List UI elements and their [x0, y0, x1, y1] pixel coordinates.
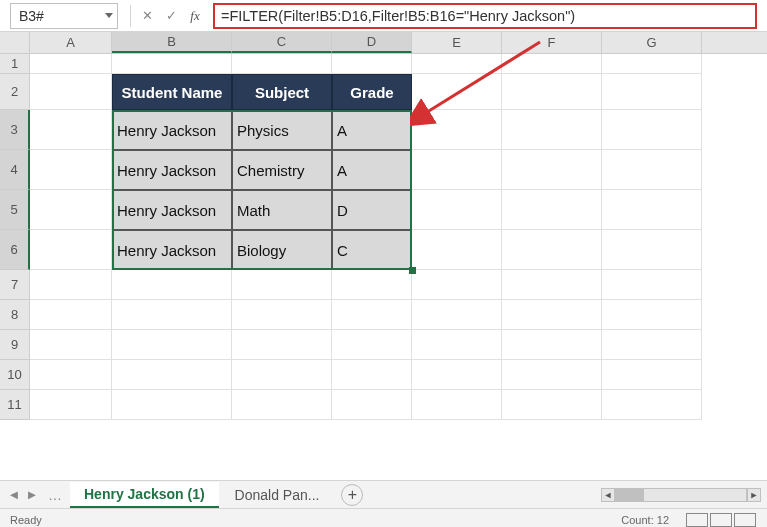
cell-B4[interactable]: Henry Jackson [112, 150, 232, 190]
cell-G6[interactable] [602, 230, 702, 270]
row-header-11[interactable]: 11 [0, 390, 30, 420]
cancel-icon[interactable]: ✕ [135, 4, 159, 28]
cell-D8[interactable] [332, 300, 412, 330]
cell-A10[interactable] [30, 360, 112, 390]
cell-A11[interactable] [30, 390, 112, 420]
cell-E7[interactable] [412, 270, 502, 300]
cell-E9[interactable] [412, 330, 502, 360]
cell-G11[interactable] [602, 390, 702, 420]
scroll-left-icon[interactable]: ◄ [601, 488, 615, 502]
cell-F7[interactable] [502, 270, 602, 300]
row-header-9[interactable]: 9 [0, 330, 30, 360]
cell-B5[interactable]: Henry Jackson [112, 190, 232, 230]
cell-F3[interactable] [502, 110, 602, 150]
cell-C4[interactable]: Chemistry [232, 150, 332, 190]
cell-E1[interactable] [412, 54, 502, 74]
chevron-down-icon[interactable] [105, 13, 113, 18]
cell-F11[interactable] [502, 390, 602, 420]
cell-F1[interactable] [502, 54, 602, 74]
col-header-D[interactable]: D [332, 32, 412, 53]
tab-nav-prev-icon[interactable]: ◄ [6, 487, 22, 503]
cell-E4[interactable] [412, 150, 502, 190]
fx-icon[interactable]: fx [183, 4, 207, 28]
cell-F9[interactable] [502, 330, 602, 360]
cell-D5[interactable]: D [332, 190, 412, 230]
name-box[interactable]: B3# [10, 3, 118, 29]
cell-C1[interactable] [232, 54, 332, 74]
cell-F4[interactable] [502, 150, 602, 190]
cell-F6[interactable] [502, 230, 602, 270]
cell-G8[interactable] [602, 300, 702, 330]
cell-A1[interactable] [30, 54, 112, 74]
row-header-7[interactable]: 7 [0, 270, 30, 300]
cell-D4[interactable]: A [332, 150, 412, 190]
cell-G1[interactable] [602, 54, 702, 74]
col-header-E[interactable]: E [412, 32, 502, 53]
cell-A8[interactable] [30, 300, 112, 330]
row-header-2[interactable]: 2 [0, 74, 30, 110]
cell-G3[interactable] [602, 110, 702, 150]
cell-A2[interactable] [30, 74, 112, 110]
header-subject[interactable]: Subject [232, 74, 332, 110]
cell-B11[interactable] [112, 390, 232, 420]
cell-D9[interactable] [332, 330, 412, 360]
cell-E5[interactable] [412, 190, 502, 230]
cell-D10[interactable] [332, 360, 412, 390]
cells-area[interactable]: Student Name Subject Grade Henry Jackson… [30, 54, 767, 420]
row-header-8[interactable]: 8 [0, 300, 30, 330]
cell-G7[interactable] [602, 270, 702, 300]
normal-view-icon[interactable] [686, 513, 708, 527]
cell-F8[interactable] [502, 300, 602, 330]
formula-input[interactable]: =FILTER(Filter!B5:D16,Filter!B5:B16="Hen… [213, 3, 757, 29]
cell-B9[interactable] [112, 330, 232, 360]
sheet-tab-active[interactable]: Henry Jackson (1) [70, 482, 219, 508]
col-header-G[interactable]: G [602, 32, 702, 53]
cell-B3[interactable]: Henry Jackson [112, 110, 232, 150]
page-layout-view-icon[interactable] [710, 513, 732, 527]
cell-E8[interactable] [412, 300, 502, 330]
cell-A3[interactable] [30, 110, 112, 150]
cell-C6[interactable]: Biology [232, 230, 332, 270]
col-header-B[interactable]: B [112, 32, 232, 53]
cell-A6[interactable] [30, 230, 112, 270]
cell-C8[interactable] [232, 300, 332, 330]
row-header-10[interactable]: 10 [0, 360, 30, 390]
select-all-corner[interactable] [0, 32, 30, 53]
cell-E2[interactable] [412, 74, 502, 110]
cell-G5[interactable] [602, 190, 702, 230]
cell-D1[interactable] [332, 54, 412, 74]
cell-G4[interactable] [602, 150, 702, 190]
row-header-1[interactable]: 1 [0, 54, 30, 74]
cell-D11[interactable] [332, 390, 412, 420]
header-grade[interactable]: Grade [332, 74, 412, 110]
sheet-tab-inactive[interactable]: Donald Pan... [221, 482, 334, 508]
horizontal-scrollbar[interactable]: ◄ ► [601, 488, 761, 502]
col-header-C[interactable]: C [232, 32, 332, 53]
cell-G10[interactable] [602, 360, 702, 390]
cell-C3[interactable]: Physics [232, 110, 332, 150]
row-header-4[interactable]: 4 [0, 150, 30, 190]
tab-overflow-icon[interactable]: … [42, 487, 68, 503]
page-break-view-icon[interactable] [734, 513, 756, 527]
cell-B6[interactable]: Henry Jackson [112, 230, 232, 270]
add-sheet-icon[interactable]: + [341, 484, 363, 506]
col-header-A[interactable]: A [30, 32, 112, 53]
cell-D3[interactable]: A [332, 110, 412, 150]
scroll-thumb[interactable] [616, 489, 644, 501]
cell-B1[interactable] [112, 54, 232, 74]
cell-G2[interactable] [602, 74, 702, 110]
cell-A7[interactable] [30, 270, 112, 300]
cell-F10[interactable] [502, 360, 602, 390]
header-student-name[interactable]: Student Name [112, 74, 232, 110]
cell-G9[interactable] [602, 330, 702, 360]
cell-E3[interactable] [412, 110, 502, 150]
row-header-6[interactable]: 6 [0, 230, 30, 270]
cell-F2[interactable] [502, 74, 602, 110]
scroll-right-icon[interactable]: ► [747, 488, 761, 502]
cell-B8[interactable] [112, 300, 232, 330]
cell-C9[interactable] [232, 330, 332, 360]
cell-A9[interactable] [30, 330, 112, 360]
enter-icon[interactable]: ✓ [159, 4, 183, 28]
cell-E10[interactable] [412, 360, 502, 390]
tab-nav-next-icon[interactable]: ► [24, 487, 40, 503]
